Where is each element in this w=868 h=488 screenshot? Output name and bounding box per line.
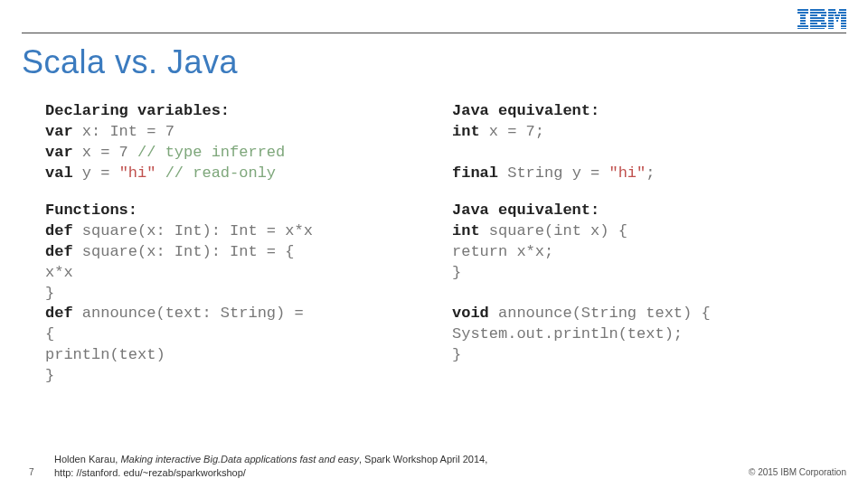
svg-rect-31 bbox=[828, 23, 834, 24]
svg-rect-15 bbox=[821, 23, 826, 24]
code-line: int square(int x) { bbox=[452, 221, 823, 242]
svg-rect-19 bbox=[839, 9, 846, 11]
svg-rect-22 bbox=[828, 14, 834, 16]
svg-rect-9 bbox=[810, 12, 826, 14]
code-line: void announce(String text) { bbox=[452, 304, 823, 324]
svg-rect-25 bbox=[828, 17, 834, 19]
svg-rect-13 bbox=[810, 20, 825, 22]
scala-functions-header: Functions: bbox=[45, 201, 416, 221]
code-line: def square(x: Int): Int = { bbox=[45, 242, 416, 263]
citation-author: Holden Karau, bbox=[54, 454, 120, 465]
svg-rect-5 bbox=[800, 23, 806, 24]
scala-functions-block: Functions: def square(x: Int): Int = x*x… bbox=[45, 201, 416, 387]
svg-rect-8 bbox=[810, 9, 825, 11]
slide-title: Scala vs. Java bbox=[22, 43, 238, 81]
java-equivalent-header-1: Java equivalent: bbox=[452, 101, 823, 122]
code-line: } bbox=[45, 284, 416, 305]
svg-rect-28 bbox=[828, 20, 834, 22]
svg-rect-3 bbox=[800, 17, 806, 19]
code-line: def announce(text: String) = bbox=[45, 304, 416, 324]
page-number: 7 bbox=[29, 467, 34, 477]
svg-rect-29 bbox=[836, 20, 838, 22]
svg-rect-30 bbox=[841, 20, 846, 22]
code-line: x*x bbox=[45, 263, 416, 284]
svg-rect-2 bbox=[800, 14, 806, 16]
code-line: } bbox=[452, 345, 823, 366]
svg-rect-12 bbox=[810, 17, 825, 19]
svg-rect-33 bbox=[828, 25, 834, 27]
divider bbox=[22, 33, 846, 33]
svg-rect-0 bbox=[797, 9, 808, 11]
svg-rect-24 bbox=[841, 14, 846, 16]
svg-rect-26 bbox=[835, 17, 839, 19]
java-column: Java equivalent: int x = 7; final String… bbox=[452, 101, 823, 403]
code-line: return x*x; bbox=[452, 242, 823, 263]
svg-rect-7 bbox=[797, 28, 808, 29]
java-declaring-block: Java equivalent: int x = 7; final String… bbox=[452, 101, 823, 184]
citation-url: http: //stanford. edu/~rezab/sparkworksh… bbox=[54, 467, 246, 478]
code-line bbox=[452, 284, 823, 305]
svg-rect-6 bbox=[797, 25, 808, 27]
svg-rect-11 bbox=[821, 14, 826, 16]
code-line: final String y = "hi"; bbox=[452, 164, 823, 184]
code-line bbox=[452, 143, 823, 164]
ibm-logo-icon bbox=[797, 9, 846, 33]
code-line: } bbox=[45, 366, 416, 387]
code-line: def square(x: Int): Int = x*x bbox=[45, 221, 416, 242]
svg-rect-36 bbox=[841, 28, 846, 29]
svg-rect-34 bbox=[841, 25, 846, 27]
code-line: } bbox=[452, 263, 823, 284]
code-line: { bbox=[45, 324, 416, 345]
java-equivalent-header-2: Java equivalent: bbox=[452, 201, 823, 221]
slide: Scala vs. Java Declaring variables: var … bbox=[0, 0, 868, 488]
code-line: var x = 7 // type inferred bbox=[45, 143, 416, 164]
svg-rect-17 bbox=[810, 28, 825, 29]
svg-rect-35 bbox=[828, 28, 834, 29]
copyright: © 2015 IBM Corporation bbox=[749, 467, 846, 477]
code-line: var x: Int = 7 bbox=[45, 122, 416, 143]
citation: Holden Karau, Making interactive Big.Dat… bbox=[54, 453, 487, 479]
citation-title: Making interactive Big.Data applications… bbox=[120, 454, 359, 465]
svg-rect-20 bbox=[828, 12, 836, 14]
scala-column: Declaring variables: var x: Int = 7 var … bbox=[45, 101, 416, 403]
svg-rect-1 bbox=[797, 12, 808, 14]
svg-rect-21 bbox=[838, 12, 846, 14]
code-line: System.out.println(text); bbox=[452, 324, 823, 345]
scala-declaring-block: Declaring variables: var x: Int = 7 var … bbox=[45, 101, 416, 184]
svg-rect-18 bbox=[828, 9, 835, 11]
svg-rect-23 bbox=[835, 14, 840, 16]
svg-rect-4 bbox=[800, 20, 806, 22]
citation-rest: , Spark Workshop April 2014, bbox=[359, 454, 487, 465]
svg-rect-16 bbox=[810, 25, 826, 27]
java-functions-block: Java equivalent: int square(int x) { ret… bbox=[452, 201, 823, 367]
svg-rect-32 bbox=[841, 23, 846, 24]
scala-declaring-header: Declaring variables: bbox=[45, 101, 416, 122]
svg-rect-10 bbox=[810, 14, 817, 16]
svg-rect-27 bbox=[841, 17, 846, 19]
content-columns: Declaring variables: var x: Int = 7 var … bbox=[45, 101, 823, 403]
svg-rect-14 bbox=[810, 23, 817, 24]
code-line: val y = "hi" // read-only bbox=[45, 164, 416, 184]
code-line: int x = 7; bbox=[452, 122, 823, 143]
code-line: println(text) bbox=[45, 345, 416, 366]
